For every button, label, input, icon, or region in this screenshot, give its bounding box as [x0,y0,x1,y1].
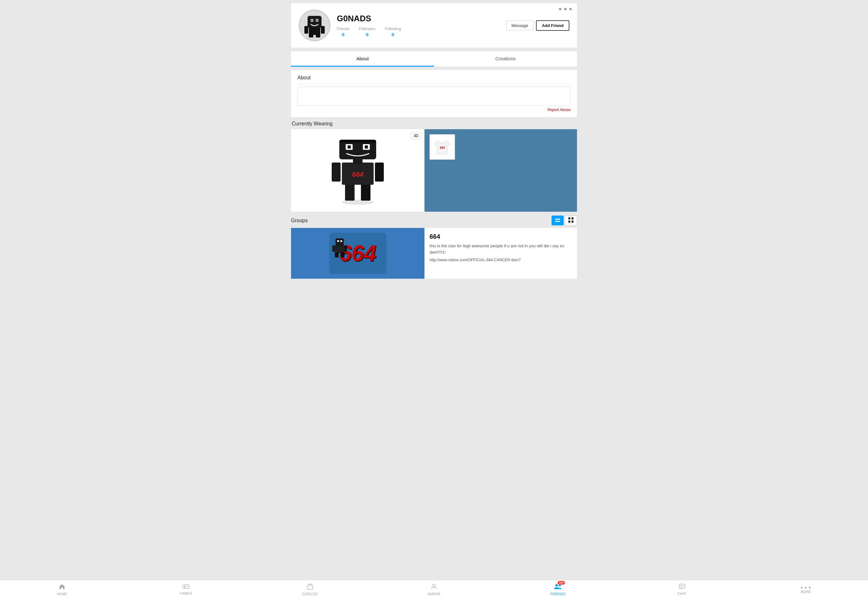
svg-rect-33 [344,245,347,252]
add-friend-button[interactable]: Add Friend [536,20,569,31]
svg-rect-8 [311,20,312,21]
avatar-svg [302,13,327,38]
nav-games[interactable]: GAMES [124,580,248,599]
following-label: Following [385,27,401,31]
followers-label: Followers [359,27,375,31]
wearing-item-shirt[interactable]: 664 [430,134,455,160]
nav-friends[interactable]: 257 FRIENDS [496,580,620,599]
svg-rect-22 [347,145,351,149]
tab-about[interactable]: About [291,51,434,67]
groups-title: Groups [291,218,308,223]
nav-avatar[interactable]: AVATAR [372,580,496,599]
about-content-box [297,87,571,106]
wearing-items-panel: 664 [424,129,577,212]
group-card: 664 [291,228,577,279]
nav-chat[interactable]: CHAT [620,580,744,599]
toggle-list-view[interactable] [551,215,564,226]
nav-home[interactable]: HOME [0,580,124,599]
character-3d-svg: 664 [326,134,389,207]
svg-rect-16 [375,163,384,182]
svg-rect-4 [316,34,320,38]
svg-rect-28 [572,217,574,219]
group-description: this is the clan for legit awesome peopl… [430,243,572,255]
svg-rect-44 [308,585,312,590]
report-abuse-link[interactable]: Report Abuse [297,108,571,112]
followers-stat[interactable]: Followers 0 [359,27,375,37]
svg-rect-2 [321,26,325,34]
btn-3d[interactable]: 3D [411,132,421,139]
friends-label: FRIENDS [551,592,566,596]
groups-header: Groups [291,215,577,226]
list-view-icon [555,219,560,222]
svg-rect-31 [335,245,344,253]
currently-wearing-title: Currently Wearing [291,121,577,126]
svg-point-42 [187,586,187,587]
group-name[interactable]: 664 [430,233,572,240]
profile-username: G0NADS [337,14,506,24]
profile-info: G0NADS Friends 0 Followers 0 Following 0 [337,14,506,37]
catalog-icon [307,584,313,591]
svg-rect-36 [335,238,344,246]
group-link[interactable]: http://www.roblox.com/OFFICIAL-664-CANCE… [430,258,572,262]
group-char-svg [332,236,347,258]
svg-text:664: 664 [352,170,364,178]
groups-section: Groups [291,215,577,279]
svg-rect-5 [308,16,322,28]
toggle-grid-view[interactable] [565,215,577,226]
group-image: 664 [291,228,424,279]
home-icon [59,584,65,591]
groups-view-toggle [551,215,577,226]
chat-icon [679,584,685,591]
more-label: MORE [801,590,811,594]
tab-creations[interactable]: Creations [434,51,577,67]
svg-rect-19 [339,140,376,143]
profile-stats: Friends 0 Followers 0 Following 0 [337,27,506,37]
more-options-dots[interactable]: ■ ■ ■ [559,6,572,11]
svg-rect-15 [332,163,341,182]
friends-label: Friends [337,27,349,31]
currently-wearing-section: Currently Wearing 664 [291,121,577,212]
svg-rect-27 [568,217,570,219]
about-title: About [297,75,571,81]
svg-rect-34 [335,252,339,257]
svg-rect-37 [337,240,339,242]
profile-header: G0NADS Friends 0 Followers 0 Following 0… [291,3,577,48]
friends-stat[interactable]: Friends 0 [337,27,349,37]
svg-rect-30 [572,221,574,223]
tabs-bar: About Creations [291,51,577,67]
about-section: About Report Abuse [291,70,577,117]
games-icon [183,584,189,591]
friends-badge-count: 257 [558,581,565,585]
friends-value: 0 [337,32,349,37]
shirt-thumbnail-svg: 664 [433,137,452,157]
svg-rect-3 [309,34,313,38]
svg-rect-12 [361,183,370,201]
profile-actions: Message Add Friend [506,20,569,31]
svg-rect-25 [555,219,560,220]
following-stat[interactable]: Following 0 [385,27,401,37]
grid-view-icon [568,217,574,223]
avatar-nav-icon [431,584,437,591]
catalog-label: CATALOG [302,592,318,596]
nav-catalog[interactable]: CATALOG [248,580,372,599]
home-label: HOME [57,592,67,596]
svg-rect-11 [345,183,355,201]
svg-rect-35 [341,252,344,257]
svg-rect-48 [679,584,685,588]
bottom-nav: HOME GAMES CATALOG AVATAR 257 FRIENDS CH… [0,580,868,599]
games-label: GAMES [180,592,192,595]
more-icon: ■ ■ ■ [801,585,811,589]
svg-rect-26 [555,221,560,222]
wearing-avatar-panel: 664 [291,129,424,212]
svg-rect-29 [568,221,570,223]
following-value: 0 [385,32,401,37]
nav-more[interactable]: ■ ■ ■ MORE [744,580,868,599]
svg-rect-32 [332,245,335,252]
avatar-label: AVATAR [428,592,440,596]
chat-label: CHAT [677,592,686,596]
friends-icon-wrapper: 257 [554,584,562,591]
svg-rect-9 [317,20,318,21]
svg-point-43 [187,587,188,587]
message-button[interactable]: Message [506,21,534,30]
svg-text:664: 664 [440,146,445,149]
